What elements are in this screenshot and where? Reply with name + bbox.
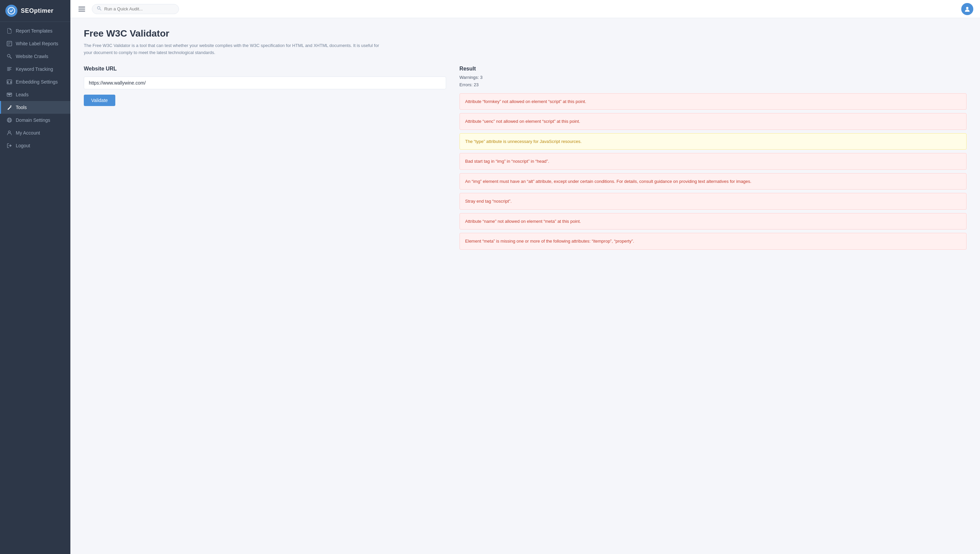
- tag-icon: [6, 41, 13, 46]
- sidebar-item-my-account[interactable]: My Account: [0, 126, 70, 139]
- embed-icon: [6, 79, 13, 85]
- sidebar: SEOptimer Report Templates White Label R…: [0, 0, 70, 554]
- sidebar-item-label: Report Templates: [16, 28, 52, 34]
- sidebar-item-embedding-settings[interactable]: Embedding Settings: [0, 75, 70, 88]
- sidebar-item-label: White Label Reports: [16, 41, 58, 46]
- result-list: Attribute “formkey” not allowed on eleme…: [460, 93, 967, 250]
- svg-point-8: [97, 6, 100, 9]
- crawl-icon: [6, 53, 13, 59]
- sidebar-item-label: Keyword Tracking: [16, 66, 53, 72]
- keyword-icon: [6, 66, 13, 72]
- result-section: Result Warnings: 3 Errors: 23 Attribute …: [460, 66, 967, 253]
- result-item: Attribute “formkey” not allowed on eleme…: [460, 93, 967, 110]
- page-content: Free W3C Validator The Free W3C Validato…: [70, 18, 980, 554]
- globe-icon: [6, 117, 13, 123]
- page-description: The Free W3C Validator is a tool that ca…: [84, 42, 385, 56]
- sidebar-item-label: Embedding Settings: [16, 79, 58, 85]
- logo-icon: [5, 5, 18, 17]
- sidebar-item-label: Leads: [16, 92, 29, 97]
- sidebar-item-keyword-tracking[interactable]: Keyword Tracking: [0, 63, 70, 75]
- errors-stat: Errors: 23: [460, 81, 967, 89]
- tools-icon: [6, 104, 13, 110]
- topbar-right: [961, 3, 973, 15]
- search-bar: [92, 4, 179, 14]
- url-input[interactable]: [84, 77, 446, 89]
- svg-point-2: [7, 54, 10, 57]
- account-icon: [6, 130, 13, 136]
- sidebar-item-label: Website Crawls: [16, 54, 48, 59]
- result-item: Stray end tag “noscript”.: [460, 193, 967, 210]
- hamburger-line: [78, 9, 85, 10]
- result-item: Attribute “name” not allowed on element …: [460, 213, 967, 230]
- form-section: Website URL Validate: [84, 66, 446, 253]
- result-item: Bad start tag in “img” in “noscript” in …: [460, 153, 967, 170]
- result-item: An “img” element must have an “alt” attr…: [460, 173, 967, 190]
- result-item: Attribute “uenc” not allowed on element …: [460, 113, 967, 130]
- sidebar-item-white-label-reports[interactable]: White Label Reports: [0, 37, 70, 50]
- content-grid: Website URL Validate Result Warnings: 3 …: [84, 66, 967, 253]
- leads-icon: [6, 92, 13, 97]
- search-icon: [97, 6, 102, 12]
- validate-button[interactable]: Validate: [84, 95, 115, 106]
- file-icon: [6, 28, 13, 34]
- sidebar-item-website-crawls[interactable]: Website Crawls: [0, 50, 70, 63]
- sidebar-item-label: Logout: [16, 143, 30, 148]
- warnings-stat: Warnings: 3: [460, 74, 967, 81]
- sidebar-item-label: Tools: [16, 105, 27, 110]
- sidebar-logo: SEOptimer: [0, 0, 70, 22]
- sidebar-item-logout[interactable]: Logout: [0, 139, 70, 152]
- sidebar-item-tools[interactable]: Tools: [0, 101, 70, 114]
- main-wrapper: Free W3C Validator The Free W3C Validato…: [70, 0, 980, 554]
- url-section-title: Website URL: [84, 66, 446, 72]
- hamburger-button[interactable]: [77, 5, 86, 13]
- user-avatar[interactable]: [961, 3, 973, 15]
- result-title: Result: [460, 66, 967, 72]
- sidebar-item-leads[interactable]: Leads: [0, 88, 70, 101]
- sidebar-nav: Report Templates White Label Reports Web…: [0, 22, 70, 554]
- logout-icon: [6, 143, 13, 148]
- search-input[interactable]: [104, 6, 171, 11]
- hamburger-line: [78, 11, 85, 11]
- svg-point-9: [966, 7, 969, 9]
- result-item: The “type” attribute is unnecessary for …: [460, 133, 967, 150]
- sidebar-item-domain-settings[interactable]: Domain Settings: [0, 114, 70, 126]
- svg-point-0: [8, 7, 15, 14]
- svg-point-7: [8, 131, 10, 133]
- sidebar-item-report-templates[interactable]: Report Templates: [0, 24, 70, 37]
- result-stats: Warnings: 3 Errors: 23: [460, 74, 967, 89]
- result-item: Element “meta” is missing one or more of…: [460, 233, 967, 250]
- sidebar-item-label: Domain Settings: [16, 117, 50, 123]
- sidebar-item-label: My Account: [16, 130, 40, 136]
- hamburger-line: [78, 7, 85, 7]
- brand-name: SEOptimer: [21, 7, 54, 14]
- page-title: Free W3C Validator: [84, 28, 967, 39]
- topbar: [70, 0, 980, 18]
